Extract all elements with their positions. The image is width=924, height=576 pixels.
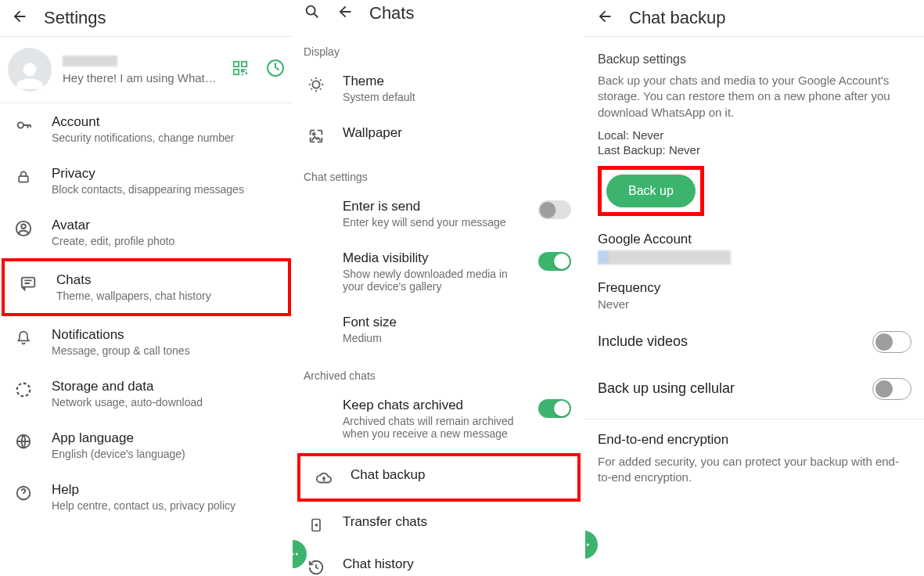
svg-point-21: [587, 544, 589, 546]
include-videos-toggle[interactable]: [872, 331, 911, 353]
enter-send-toggle[interactable]: [538, 200, 571, 219]
settings-item-notifications[interactable]: NotificationsMessage, group & call tones: [0, 316, 293, 368]
svg-point-18: [296, 553, 298, 556]
settings-title: Settings: [44, 8, 106, 28]
add-check-icon[interactable]: [266, 59, 285, 81]
back-icon[interactable]: [11, 8, 28, 28]
encryption-title: End-to-end encryption: [598, 432, 911, 448]
section-display: Display: [293, 31, 585, 63]
cellular-label: Back up using cellular: [598, 380, 735, 397]
backup-header: Chat backup: [585, 0, 924, 36]
row-wallpaper[interactable]: Wallpaper: [293, 114, 585, 157]
back-icon[interactable]: [336, 3, 354, 23]
profile-name-blurred: [63, 56, 117, 67]
font-size-sub: Medium: [343, 332, 523, 344]
settings-screen: Settings Hey there! I am using WhatsAp… …: [0, 0, 293, 576]
frequency-option[interactable]: Frequency Never: [585, 272, 924, 319]
backup-desc: Back up your chats and media to your Goo…: [598, 73, 911, 121]
keep-arch-toggle[interactable]: [538, 399, 571, 418]
profile-row[interactable]: Hey there! I am using WhatsAp…: [0, 37, 293, 103]
svg-rect-2: [234, 70, 239, 74]
help-icon: [14, 484, 33, 502]
cellular-row[interactable]: Back up using cellular: [585, 365, 924, 412]
row-theme[interactable]: ThemeSystem default: [293, 63, 585, 114]
privacy-sub: Block contacts, disappearing messages: [52, 183, 279, 196]
backup-settings-heading: Backup settings: [598, 52, 911, 67]
settings-header: Settings: [0, 0, 293, 36]
svg-rect-1: [242, 62, 246, 67]
row-transfer-chats[interactable]: Transfer chats: [293, 503, 585, 545]
backup-title: Chat backup: [629, 8, 726, 28]
history-label: Chat history: [343, 556, 571, 572]
storage-label: Storage and data: [52, 379, 279, 394]
fab-button[interactable]: [585, 531, 598, 559]
chats-sub: Theme, wallpapers, chat history: [56, 290, 274, 302]
cellular-toggle[interactable]: [872, 378, 911, 400]
include-videos-row[interactable]: Include videos: [585, 319, 924, 365]
avatar-sub: Create, edit, profile photo: [52, 235, 279, 247]
backup-last: Last Backup: Never: [598, 143, 911, 157]
account-sub: Security notifications, change number: [52, 131, 279, 144]
svg-rect-8: [22, 278, 35, 287]
row-chat-history[interactable]: Chat history: [293, 545, 585, 576]
svg-point-17: [293, 553, 294, 556]
frequency-label: Frequency: [598, 280, 911, 296]
google-account-value-blurred: [598, 250, 731, 265]
settings-item-privacy[interactable]: PrivacyBlock contacts, disappearing mess…: [0, 155, 293, 207]
settings-item-language[interactable]: App languageEnglish (device's language): [0, 419, 293, 471]
search-icon[interactable]: [304, 3, 321, 23]
notifications-sub: Message, group & call tones: [52, 344, 279, 357]
row-chat-backup[interactable]: Chat backup: [297, 453, 581, 502]
encryption-section[interactable]: End-to-end encryption For added security…: [585, 426, 924, 502]
settings-item-storage[interactable]: Storage and dataNetwork usage, auto-down…: [0, 368, 293, 419]
section-archived: Archived chats: [293, 355, 585, 387]
back-icon[interactable]: [596, 8, 613, 28]
row-font-size[interactable]: Font sizeMedium: [293, 304, 585, 355]
key-icon: [14, 116, 33, 135]
google-account-label: Google Account: [598, 232, 911, 247]
privacy-label: Privacy: [52, 166, 279, 182]
language-sub: English (device's language): [52, 448, 279, 460]
row-media-visibility[interactable]: Media visibilityShow newly downloaded me…: [293, 239, 585, 304]
avatar-icon: [14, 219, 33, 238]
font-size-label: Font size: [343, 315, 571, 330]
lock-icon: [14, 167, 33, 186]
svg-point-12: [307, 6, 315, 15]
help-label: Help: [52, 482, 279, 498]
wallpaper-icon: [307, 127, 325, 146]
settings-item-help[interactable]: HelpHelp centre, contact us, privacy pol…: [0, 471, 293, 523]
cloud-backup-icon: [315, 469, 333, 488]
profile-status: Hey there! I am using WhatsAp…: [63, 71, 219, 85]
chats-title: Chats: [369, 3, 414, 23]
settings-item-chats[interactable]: ChatsTheme, wallpapers, chat history: [2, 258, 291, 316]
chats-header: Chats: [293, 0, 585, 31]
theme-icon: [307, 75, 325, 94]
backup-local: Local: Never: [598, 128, 911, 142]
qr-icon[interactable]: [232, 59, 249, 80]
enter-send-sub: Enter key will send your message: [343, 216, 521, 229]
row-keep-archived[interactable]: Keep chats archivedArchived chats will r…: [293, 387, 585, 451]
language-label: App language: [52, 430, 279, 446]
theme-label: Theme: [343, 74, 571, 89]
media-vis-label: Media visibility: [343, 250, 521, 266]
chat-backup-screen: Chat backup Backup settings Back up your…: [585, 0, 924, 576]
google-account-option[interactable]: Google Account: [585, 224, 924, 272]
keep-arch-label: Keep chats archived: [343, 398, 521, 413]
keep-arch-sub: Archived chats will remain archived when…: [343, 415, 521, 440]
settings-item-account[interactable]: AccountSecurity notifications, change nu…: [0, 103, 293, 155]
settings-item-avatar[interactable]: AvatarCreate, edit, profile photo: [0, 207, 293, 258]
avatar-label: Avatar: [52, 218, 279, 233]
storage-sub: Network usage, auto-download: [52, 396, 279, 409]
media-vis-toggle[interactable]: [538, 252, 571, 271]
svg-point-9: [17, 383, 31, 397]
chat-icon: [19, 274, 38, 293]
backup-button[interactable]: Back up: [606, 175, 696, 207]
chats-screen: Chats Display ThemeSystem default Wallpa…: [293, 0, 585, 576]
notifications-label: Notifications: [52, 327, 279, 343]
globe-icon: [14, 432, 33, 451]
enter-send-label: Enter is send: [343, 199, 521, 214]
svg-rect-5: [19, 176, 28, 182]
chat-backup-label: Chat backup: [351, 467, 563, 483]
theme-sub: System default: [343, 91, 523, 103]
row-enter-send[interactable]: Enter is sendEnter key will send your me…: [293, 188, 585, 239]
